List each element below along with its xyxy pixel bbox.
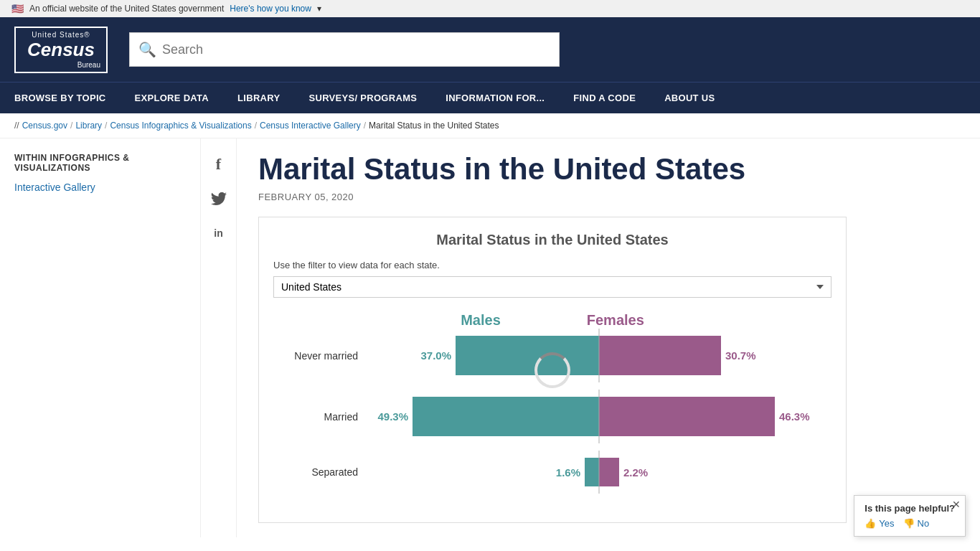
females-label: Females xyxy=(587,312,644,329)
female-bar-married xyxy=(599,397,775,436)
nav-browse-by-topic[interactable]: BROWSE BY TOPIC xyxy=(0,83,121,113)
how-you-know-link[interactable]: Here's how you know xyxy=(230,4,311,14)
chart-title: Marital Status in the United States xyxy=(273,232,831,248)
logo-area[interactable]: United States® Census Bureau xyxy=(14,27,108,73)
male-value-married: 49.3% xyxy=(377,410,408,423)
bars-area-married: 49.3% 46.3% xyxy=(367,397,831,436)
breadcrumb-interactive-gallery[interactable]: Census Interactive Gallery xyxy=(260,121,361,131)
gov-banner: 🇺🇸 An official website of the United Sta… xyxy=(0,0,980,17)
linkedin-icon[interactable]: in xyxy=(207,222,230,245)
flag-icon: 🇺🇸 xyxy=(11,3,24,14)
site-header: United States® Census Bureau 🔍 xyxy=(0,17,980,82)
yes-label: Yes xyxy=(879,518,894,529)
search-icon: 🔍 xyxy=(138,41,156,58)
main-content: Marital Status in the United States FEBR… xyxy=(237,138,980,537)
female-side-separated: 2.2% xyxy=(599,458,831,486)
page-title: Marital Status in the United States xyxy=(258,153,958,186)
dropdown-arrow-icon: ▾ xyxy=(317,4,321,14)
search-bar[interactable]: 🔍 xyxy=(129,32,560,67)
social-column: f in xyxy=(201,138,237,537)
twitter-icon[interactable] xyxy=(207,187,230,210)
logo-small-text: United States® xyxy=(22,31,100,39)
male-value-separated: 1.6% xyxy=(556,466,580,479)
thumbs-down-icon: 👎 xyxy=(903,518,915,529)
female-value-never-married: 30.7% xyxy=(725,349,756,362)
loading-spinner xyxy=(534,352,570,388)
helpful-yes-button[interactable]: 👍 Yes xyxy=(864,518,894,529)
helpful-title: Is this page helpful? xyxy=(864,503,955,514)
bar-row-married: Married 49.3% 46.3% xyxy=(273,397,831,436)
sidebar: WITHIN INFOGRAPHICS & VISUALIZATIONS Int… xyxy=(0,138,201,537)
breadcrumb-library[interactable]: Library xyxy=(75,121,102,131)
helpful-actions: 👍 Yes 👎 No xyxy=(864,518,955,529)
male-bar-separated xyxy=(585,458,599,486)
bar-row-separated: Separated 1.6% 2.2% xyxy=(273,458,831,486)
female-value-separated: 2.2% xyxy=(623,466,648,479)
state-dropdown[interactable]: United States xyxy=(273,276,831,298)
bars-area-never-married: 37.0% 30.7% xyxy=(367,336,831,375)
thumbs-up-icon: 👍 xyxy=(864,518,876,529)
male-value-never-married: 37.0% xyxy=(420,349,451,362)
main-nav: BROWSE BY TOPIC EXPLORE DATA LIBRARY SUR… xyxy=(0,82,980,113)
logo-bureau: Bureau xyxy=(22,61,100,69)
nav-information-for[interactable]: INFORMATION FOR... xyxy=(431,83,559,113)
breadcrumb-sep-2: / xyxy=(105,121,107,131)
category-married: Married xyxy=(273,411,367,423)
breadcrumb-sep-3: / xyxy=(255,121,257,131)
female-value-married: 46.3% xyxy=(779,410,810,423)
page-date: FEBRUARY 05, 2020 xyxy=(258,192,958,202)
breadcrumb-census-gov[interactable]: Census.gov xyxy=(22,121,67,131)
facebook-icon[interactable]: f xyxy=(207,153,230,176)
bars-area-separated: 1.6% 2.2% xyxy=(367,458,831,486)
category-never-married: Never married xyxy=(273,350,367,362)
nav-explore-data[interactable]: EXPLORE DATA xyxy=(121,83,224,113)
male-bar-never-married xyxy=(456,336,599,375)
breadcrumb-sep-4: / xyxy=(364,121,366,131)
nav-surveys-programs[interactable]: SURVEYS/ PROGRAMS xyxy=(294,83,431,113)
nav-library[interactable]: LIBRARY xyxy=(223,83,294,113)
gov-banner-text: An official website of the United States… xyxy=(29,4,224,14)
content-wrapper: WITHIN INFOGRAPHICS & VISUALIZATIONS Int… xyxy=(0,138,980,537)
chart-column-labels: Males Females xyxy=(273,312,831,329)
male-bar-married xyxy=(413,397,599,436)
female-bar-never-married xyxy=(599,336,721,375)
search-input[interactable] xyxy=(162,42,550,57)
breadcrumb: // Census.gov / Library / Census Infogra… xyxy=(0,113,980,138)
helpful-close-button[interactable]: ✕ xyxy=(952,499,961,510)
breadcrumb-separator: // xyxy=(14,121,19,131)
female-bar-separated xyxy=(599,458,619,486)
breadcrumb-infographics[interactable]: Census Infographics & Visualizations xyxy=(110,121,251,131)
female-side-married: 46.3% xyxy=(599,397,831,436)
logo-census: Census xyxy=(22,39,100,61)
helpful-no-button[interactable]: 👎 No xyxy=(903,518,930,529)
no-label: No xyxy=(918,518,930,529)
helpful-widget: ✕ Is this page helpful? 👍 Yes 👎 No xyxy=(854,495,966,537)
chart-filter-text: Use the filter to view data for each sta… xyxy=(273,260,831,270)
nav-find-a-code[interactable]: FIND A CODE xyxy=(559,83,650,113)
male-side-married: 49.3% xyxy=(367,397,599,436)
males-label: Males xyxy=(461,312,501,329)
breadcrumb-sep-1: / xyxy=(70,121,72,131)
nav-about-us[interactable]: ABOUT US xyxy=(650,83,729,113)
chart-container: Marital Status in the United States Use … xyxy=(258,217,847,523)
census-logo: United States® Census Bureau xyxy=(14,27,108,73)
category-separated: Separated xyxy=(273,466,367,478)
sidebar-title: WITHIN INFOGRAPHICS & VISUALIZATIONS xyxy=(14,153,186,173)
sidebar-item-interactive-gallery[interactable]: Interactive Gallery xyxy=(14,182,95,193)
male-side-separated: 1.6% xyxy=(367,458,599,486)
breadcrumb-current: Marital Status in the United States xyxy=(369,121,499,131)
female-side-never-married: 30.7% xyxy=(599,336,831,375)
